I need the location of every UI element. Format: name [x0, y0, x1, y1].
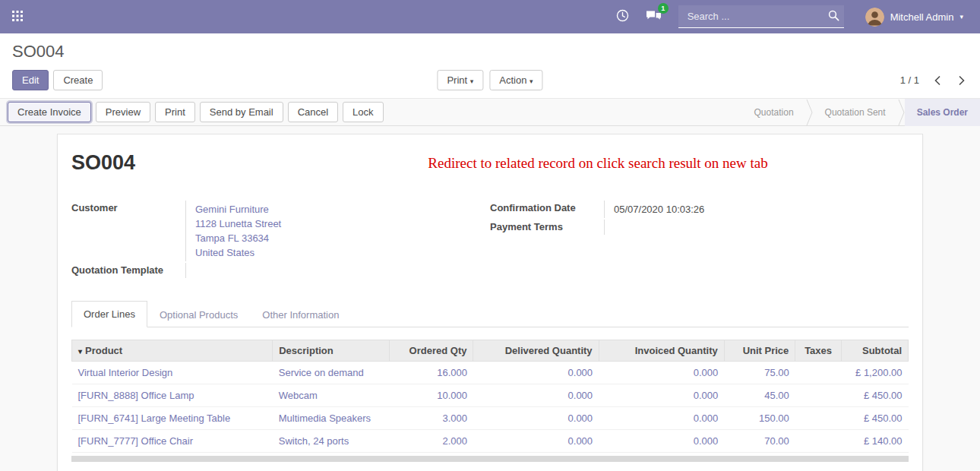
taxes-cell	[795, 362, 842, 384]
tab-optional-products[interactable]: Optional Products	[147, 301, 250, 327]
activities-button[interactable]	[616, 9, 629, 24]
description-cell: Switch, 24 ports	[273, 430, 390, 453]
table-header-row: ▾Product Description Ordered Qty Deliver…	[72, 340, 909, 362]
statusbar-states: Quotation Quotation Sent Sales Order	[742, 99, 980, 126]
annotation-text: Redirect to related record on click sear…	[135, 155, 909, 172]
order-line-row[interactable]: [FURN_7777] Office Chair Switch, 24 port…	[72, 430, 909, 453]
invoiced-qty-cell: 0.000	[599, 430, 724, 453]
caret-down-icon: ▾	[470, 77, 474, 85]
description-cell: Webcam	[273, 384, 390, 407]
sort-caret-icon: ▾	[78, 347, 82, 356]
search-icon	[828, 10, 839, 24]
state-sales-order[interactable]: Sales Order	[905, 99, 980, 126]
product-link[interactable]: [FURN_8888] Office Lamp	[78, 390, 194, 401]
print-dropdown-button[interactable]: Print ▾	[437, 70, 483, 90]
statusbar: Create Invoice Preview Print Send by Ema…	[0, 98, 980, 126]
control-panel: Edit Create Print ▾ Action ▾ 1 / 1	[0, 64, 980, 98]
delivered-qty-cell: 0.000	[473, 384, 599, 407]
ordered-qty-cell: 2.000	[390, 430, 473, 453]
customer-country: United States	[195, 245, 472, 260]
customer-name-link[interactable]: Gemini Furniture	[195, 202, 472, 217]
create-button[interactable]: Create	[53, 70, 103, 90]
caret-down-icon: ▾	[530, 77, 533, 85]
column-header-subtotal[interactable]: Subtotal	[841, 340, 908, 362]
column-header-taxes[interactable]: Taxes	[795, 340, 842, 362]
payment-terms-value	[604, 220, 909, 235]
order-line-row[interactable]: [FURN_8888] Office Lamp Webcam 10.000 0.…	[72, 384, 909, 407]
confirmation-date-label: Confirmation Date	[490, 201, 604, 218]
clock-icon	[616, 9, 629, 24]
pager-next-button[interactable]	[956, 74, 968, 87]
notebook-tabs: Order Lines Optional Products Other Info…	[71, 301, 909, 327]
product-link[interactable]: [FURN_6741] Large Meeting Table	[78, 413, 231, 424]
subtotal-cell: £ 1,200.00	[841, 362, 908, 384]
state-quotation[interactable]: Quotation	[742, 99, 806, 126]
column-header-description[interactable]: Description	[273, 340, 390, 362]
create-invoice-button[interactable]: Create Invoice	[8, 102, 91, 122]
page-title: SO004	[12, 42, 65, 61]
send-by-email-button[interactable]: Send by Email	[200, 102, 283, 122]
user-avatar	[865, 8, 884, 27]
quotation-template-label: Quotation Template	[71, 263, 185, 278]
user-menu[interactable]: Mitchell Admin ▾	[861, 7, 968, 27]
order-line-row[interactable]: Virtual Interior Design Service on deman…	[72, 362, 909, 384]
ordered-qty-cell: 10.000	[390, 384, 473, 407]
print-button[interactable]: Print	[155, 102, 195, 122]
order-lines-table: ▾Product Description Ordered Qty Deliver…	[71, 340, 909, 453]
top-navbar: 1 Mitchell Admin	[0, 0, 980, 33]
subtotal-cell: £ 140.00	[841, 430, 908, 453]
confirmation-date-field: Confirmation Date 05/07/2020 10:03:26	[490, 201, 909, 218]
ordered-qty-cell: 3.000	[390, 407, 473, 430]
taxes-cell	[795, 430, 842, 453]
subtotal-cell: £ 450.00	[841, 384, 908, 407]
cancel-button[interactable]: Cancel	[288, 102, 338, 122]
delivered-qty-cell: 0.000	[473, 407, 599, 430]
quotation-template-value	[185, 263, 472, 278]
global-search	[678, 5, 844, 28]
preview-button[interactable]: Preview	[96, 102, 150, 122]
action-dropdown-button[interactable]: Action ▾	[489, 70, 542, 90]
sales-order-sheet: SO004 Redirect to related record on clic…	[57, 134, 923, 471]
table-scrollbar	[71, 456, 909, 462]
taxes-cell	[795, 407, 842, 430]
column-header-delivered-quantity[interactable]: Delivered Quantity	[473, 340, 599, 362]
search-input[interactable]	[686, 10, 828, 23]
invoiced-qty-cell: 0.000	[599, 407, 724, 430]
edit-button[interactable]: Edit	[12, 70, 49, 90]
pager-previous-button[interactable]	[931, 74, 944, 87]
ordered-qty-cell: 16.000	[390, 362, 473, 384]
customer-city: Tampa FL 33634	[195, 231, 472, 245]
tab-order-lines[interactable]: Order Lines	[71, 301, 147, 327]
column-header-product[interactable]: ▾Product	[72, 340, 273, 362]
product-link[interactable]: Virtual Interior Design	[78, 367, 173, 378]
state-quotation-sent[interactable]: Quotation Sent	[813, 99, 898, 126]
apps-grid-icon	[12, 11, 23, 24]
tab-other-information[interactable]: Other Information	[250, 301, 351, 327]
column-header-unit-price[interactable]: Unit Price	[724, 340, 795, 362]
breadcrumb: SO004	[0, 33, 980, 64]
unit-price-cell: 75.00	[724, 362, 795, 384]
description-cell: Multimedia Speakers	[273, 407, 390, 430]
user-name: Mitchell Admin	[890, 11, 954, 23]
product-link[interactable]: [FURN_7777] Office Chair	[78, 435, 194, 447]
order-line-row[interactable]: [FURN_6741] Large Meeting Table Multimed…	[72, 407, 909, 430]
delivered-qty-cell: 0.000	[473, 362, 599, 384]
search-button[interactable]	[828, 10, 839, 24]
state-chevron-icon	[898, 99, 905, 126]
unit-price-cell: 150.00	[724, 407, 795, 430]
column-header-invoiced-quantity[interactable]: Invoiced Quantity	[599, 340, 724, 362]
description-cell: Service on demand	[273, 362, 390, 384]
field-groups: Customer Gemini Furniture 1128 Lunetta S…	[71, 201, 909, 280]
unit-price-cell: 70.00	[724, 430, 795, 453]
quotation-template-field: Quotation Template	[71, 263, 472, 278]
caret-down-icon: ▾	[959, 14, 963, 21]
form-view-container: SO004 Redirect to related record on clic…	[0, 126, 980, 471]
customer-label: Customer	[71, 201, 185, 261]
lock-button[interactable]: Lock	[343, 102, 383, 122]
messages-button[interactable]: 1	[646, 9, 662, 24]
customer-field: Customer Gemini Furniture 1128 Lunetta S…	[71, 201, 472, 261]
message-count-badge: 1	[658, 3, 669, 14]
column-header-ordered-qty[interactable]: Ordered Qty	[390, 340, 473, 362]
payment-terms-field: Payment Terms	[490, 220, 909, 235]
apps-menu-button[interactable]	[12, 11, 23, 24]
